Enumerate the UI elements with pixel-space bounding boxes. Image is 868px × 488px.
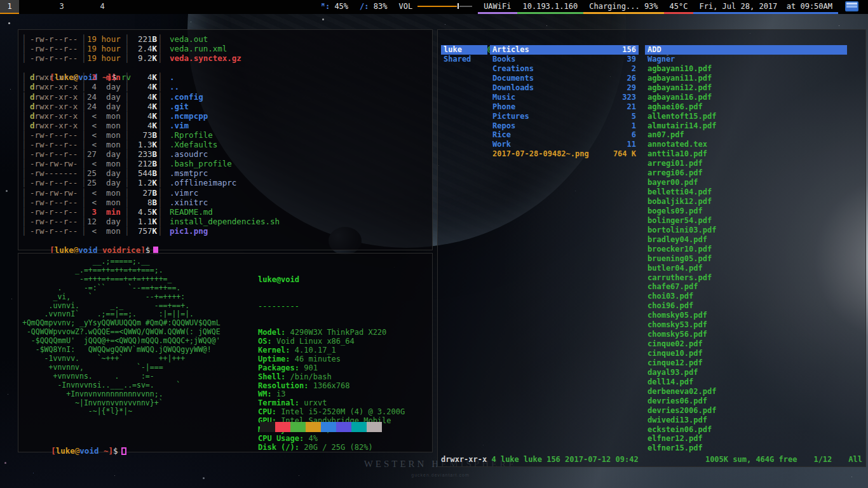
ls-row: │-rw-r--r--│ 3 min│4.5K│README.md bbox=[21, 207, 428, 217]
workspace-button-4[interactable]: 4 bbox=[94, 0, 111, 14]
ranger-preview-file-item[interactable]: chomsky53.pdf bbox=[645, 320, 847, 330]
ranger-preview-file-item[interactable]: chomsky05.pdf bbox=[645, 311, 847, 320]
ranger-preview-file-item[interactable]: arregi01.pdf bbox=[645, 159, 847, 168]
battery-status[interactable]: Charging... 93% bbox=[583, 0, 663, 14]
ranger-page-indicator: 1/12 bbox=[813, 454, 832, 464]
ranger-dir-item[interactable]: Books39 bbox=[490, 55, 639, 64]
ranger-parent-item[interactable]: Shared bbox=[441, 55, 487, 64]
ranger-preview-file-item[interactable]: dwivedi13.pdf bbox=[645, 416, 847, 425]
ranger-dir-item[interactable]: Repos1 bbox=[490, 121, 639, 131]
volume-slider[interactable] bbox=[417, 3, 472, 9]
ranger-preview-file-item[interactable]: agbayani10.pdf bbox=[645, 64, 847, 74]
ranger-disk-summary: 1005K sum, 464G free bbox=[705, 454, 797, 464]
palette-swatch bbox=[290, 422, 306, 432]
ranger-preview-dir-item[interactable]: Wagner bbox=[645, 55, 847, 64]
ls-row: │-rw-r--r--│27 day│233B│.asoudrc bbox=[21, 149, 428, 159]
ranger-preview-file-item[interactable]: dell14.pdf bbox=[645, 377, 847, 387]
neofetch-field: Uptime: 46 minutes bbox=[258, 355, 405, 364]
ranger-dir-item[interactable]: Work11 bbox=[490, 140, 639, 149]
neofetch-field: OS: Void Linux x86_64 bbox=[258, 337, 405, 346]
ranger-preview-file-item[interactable]: aghaei06.pdf bbox=[645, 102, 847, 112]
volume-status[interactable]: VOL bbox=[393, 0, 478, 14]
ip-status[interactable]: 10.193.1.160 bbox=[517, 0, 584, 14]
ranger-preview-file-item[interactable]: agbayani11.pdf bbox=[645, 74, 847, 83]
workspace-button-1[interactable]: 1 bbox=[0, 0, 19, 14]
ls-row: │-rw-r--r--│ < mon│8B│.xinitrc bbox=[21, 198, 428, 207]
desktop: Western Hemisphere gucken.deviantart.com… bbox=[0, 0, 868, 488]
ranger-preview-file-item[interactable]: broecker10.pdf bbox=[645, 245, 847, 254]
ranger-preview-file-item[interactable]: bortolini03.pdf bbox=[645, 226, 847, 235]
ranger-preview-file-item[interactable]: elfner15.pdf bbox=[645, 444, 847, 453]
neofetch-underline: --------- bbox=[258, 302, 405, 311]
ranger-dir-item[interactable]: Phone21 bbox=[490, 102, 639, 112]
ranger-preview-file-item[interactable]: cinque12.pdf bbox=[645, 358, 847, 368]
ranger-preview-file-item[interactable]: devries2006.pdf bbox=[645, 406, 847, 416]
ranger-titlebar: luke@void ~/Articles bbox=[442, 35, 561, 44]
ranger-preview-file-item[interactable]: anttila10.pdf bbox=[645, 149, 847, 159]
shell-prompt: [luke@void ~]$ bbox=[22, 437, 126, 446]
ls-row: │drwxr-xr-x│ 4 day│4K│.. bbox=[21, 82, 428, 92]
neofetch-field: Disk (/): 20G / 25G (82%) bbox=[258, 444, 405, 452]
ranger-preview-file-item[interactable]: bobaljik12.pdf bbox=[645, 197, 847, 207]
ranger-preview-file-item[interactable]: dayal93.pdf bbox=[645, 368, 847, 377]
terminal-window-neofetch[interactable]: __.;=====;.__ _.=+==++=++=+=+===;. -=+++… bbox=[18, 253, 433, 452]
volume-thumb[interactable] bbox=[458, 3, 459, 9]
ranger-preview-file-item[interactable]: bolinger54.pdf bbox=[645, 216, 847, 226]
ranger-dir-item[interactable]: Creations2 bbox=[490, 64, 639, 74]
ranger-preview-file-item[interactable]: annotated.tex bbox=[645, 140, 847, 149]
datetime-status[interactable]: Fri, Jul 28, 2017 at 09:50AM bbox=[693, 0, 838, 14]
ranger-preview-file-item[interactable]: chomsky56.pdf bbox=[645, 330, 847, 339]
ranger-dir-item[interactable]: Articles156 bbox=[490, 45, 639, 55]
ranger-preview-file-item[interactable]: arregi06.pdf bbox=[645, 168, 847, 178]
terminal-window-ls[interactable]: │-rw-r--r--│19 hour│221B│veda.out│-rw-r-… bbox=[18, 29, 433, 250]
workspace-button-3[interactable]: 3 bbox=[53, 0, 70, 14]
display-tray-icon[interactable] bbox=[845, 1, 858, 11]
ranger-preview-file-item[interactable]: elfner12.pdf bbox=[645, 434, 847, 444]
palette-swatch bbox=[336, 422, 351, 432]
ranger-preview-file-item[interactable]: butler04.pdf bbox=[645, 264, 847, 273]
neofetch-field: WM: i3 bbox=[258, 390, 405, 399]
ranger-dir-item[interactable]: Downloads29 bbox=[490, 83, 639, 93]
ranger-preview-file-item[interactable]: bayer00.pdf bbox=[645, 178, 847, 187]
ls-row: │-rw-rw-rw-│ < mon│27B│.vimrc bbox=[21, 188, 428, 198]
memory-status[interactable]: ᴹ: 45% bbox=[315, 0, 354, 14]
ranger-preview-file-item[interactable]: chafe67.pdf bbox=[645, 282, 847, 292]
ranger-preview-file-item[interactable]: choi03.pdf bbox=[645, 292, 847, 301]
ranger-parent-item[interactable]: luke bbox=[441, 45, 487, 55]
ranger-preview-file-item[interactable]: bradley04.pdf bbox=[645, 235, 847, 245]
ranger-preview-column: ADDWagneragbayani10.pdfagbayani11.pdfagb… bbox=[645, 45, 847, 453]
ranger-preview-file-item[interactable]: cinque10.pdf bbox=[645, 349, 847, 358]
memory-icon: ᴹ: bbox=[321, 2, 330, 11]
ls-row: │drwxr-xr-x│24 day│4K│.git bbox=[21, 102, 428, 111]
ranger-file-item[interactable]: 2017-07-28-09482~.png764 K bbox=[490, 149, 639, 159]
ranger-preview-file-item[interactable]: devries06.pdf bbox=[645, 396, 847, 406]
ranger-dir-item[interactable]: Rice6 bbox=[490, 130, 639, 140]
ranger-preview-file-item[interactable]: derbeneva02.pdf bbox=[645, 387, 847, 396]
ranger-preview-file-item[interactable]: belletti04.pdf bbox=[645, 187, 847, 197]
ranger-dir-item[interactable]: Music323 bbox=[490, 93, 639, 102]
disk-status[interactable]: /: 83% bbox=[354, 0, 393, 14]
ranger-file-info: drwxr-xr-x 4 luke luke 156 2017-07-12 09… bbox=[441, 454, 639, 464]
ranger-preview-file-item[interactable]: bruening05.pdf bbox=[645, 254, 847, 264]
ranger-preview-file-item[interactable]: allentoft15.pdf bbox=[645, 112, 847, 121]
ranger-dir-item[interactable]: Pictures5 bbox=[490, 112, 639, 121]
volume-rest bbox=[459, 6, 472, 7]
wifi-status[interactable]: UAWiFi bbox=[478, 0, 517, 14]
ranger-preview-file-item[interactable]: agbayani12.pdf bbox=[645, 83, 847, 93]
ranger-preview-item-selected[interactable]: ADD bbox=[645, 45, 847, 55]
ranger-preview-file-item[interactable]: almutairi14.pdf bbox=[645, 121, 847, 131]
ranger-preview-file-item[interactable]: eckstein06.pdf bbox=[645, 425, 847, 435]
ls-row: │-rw-------│25 day│544B│.msmtprc bbox=[21, 168, 428, 178]
neofetch-field: Kernel: 4.10.17_1 bbox=[258, 346, 405, 355]
ranger-preview-file-item[interactable]: choi96.pdf bbox=[645, 301, 847, 311]
temperature-status[interactable]: 45°C bbox=[664, 0, 694, 14]
ranger-preview-file-item[interactable]: bogels09.pdf bbox=[645, 207, 847, 216]
terminal-window-ranger[interactable]: luke@void ~/Articles lukeShared Articles… bbox=[437, 29, 866, 467]
ls-output-main: │drwxr-xr-x│ 3 min│4K│.│drwxr-xr-x│ 4 da… bbox=[21, 72, 428, 236]
ranger-preview-file-item[interactable]: carruthers.pdf bbox=[645, 273, 847, 283]
ranger-preview-file-item[interactable]: an07.pdf bbox=[645, 130, 847, 140]
palette-swatch bbox=[367, 422, 382, 432]
ranger-dir-item[interactable]: Documents26 bbox=[490, 74, 639, 83]
ranger-preview-file-item[interactable]: cinque02.pdf bbox=[645, 339, 847, 349]
ranger-preview-file-item[interactable]: agbayani16.pdf bbox=[645, 93, 847, 102]
